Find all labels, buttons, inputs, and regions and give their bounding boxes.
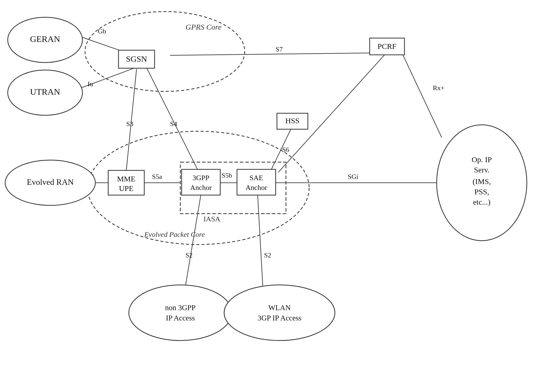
sae-anchor-label-line1: SAE xyxy=(250,174,263,182)
op-ip-serv-label-line1: Op. IP xyxy=(472,155,492,164)
rx-plus-label: Rx+ xyxy=(433,84,444,92)
non-3gpp-label-line1: non 3GPP xyxy=(165,303,196,312)
svg-point-28 xyxy=(224,285,335,341)
non-3gpp-label-line2: IP Access xyxy=(166,314,195,322)
svg-line-15 xyxy=(185,194,201,286)
iasa-label: IASA xyxy=(204,215,221,223)
gpp-anchor-label-line2: Anchor xyxy=(190,184,212,191)
op-ip-serv-label-line2: Serv. xyxy=(474,165,490,174)
s3-label: S3 xyxy=(126,120,133,128)
evolved-ran-label: Evolved RAN xyxy=(27,177,74,187)
pcrf-label: PCRF xyxy=(377,42,396,50)
wlan-label-line2: 3GP IP Access xyxy=(258,314,301,322)
svg-line-12 xyxy=(278,53,386,172)
utran-label: UTRAN xyxy=(30,87,60,97)
evolved-packet-core-label: Evolved Packet Core xyxy=(144,230,205,238)
geran-label: GERAN xyxy=(30,34,60,44)
op-ip-serv-label-line3: (IMS, xyxy=(473,177,491,186)
sgi-label: SGi xyxy=(348,173,358,180)
s4-label: S4 xyxy=(170,120,177,128)
svg-line-14 xyxy=(402,53,442,138)
s5b-label: S5b xyxy=(222,172,232,179)
sae-anchor-label-line2: Anchor xyxy=(246,184,267,191)
mme-upe-label-line2: UPE xyxy=(119,184,134,193)
svg-line-4 xyxy=(79,68,134,89)
s7-label: S7 xyxy=(276,46,283,53)
s2b-label: S2 xyxy=(264,251,271,259)
op-ip-serv-label-line4: PSS, xyxy=(474,187,489,196)
hss-label: HSS xyxy=(285,116,299,125)
wlan-label-line1: WLAN xyxy=(268,303,291,312)
gprs-core-label: GPRS Core xyxy=(185,23,222,31)
s5a-label: S5a xyxy=(152,173,162,180)
iu-label: Iu xyxy=(88,80,93,88)
diagram-container: GPRS Core Evolved Packet Core IASA Gb Iu… xyxy=(0,0,541,392)
gb-label: Gb xyxy=(98,28,106,35)
svg-point-27 xyxy=(129,285,232,341)
sgsn-label: SGSN xyxy=(126,54,147,64)
s2a-label: S2 xyxy=(185,251,192,259)
s6-label: S6 xyxy=(282,146,289,153)
mme-upe-label-line1: MME xyxy=(117,175,136,183)
svg-line-7 xyxy=(147,68,198,171)
svg-line-11 xyxy=(170,53,386,55)
op-ip-serv-label-line5: etc...) xyxy=(473,198,490,206)
svg-line-16 xyxy=(258,194,263,286)
gpp-anchor-label-line1: 3GPP xyxy=(192,174,209,182)
